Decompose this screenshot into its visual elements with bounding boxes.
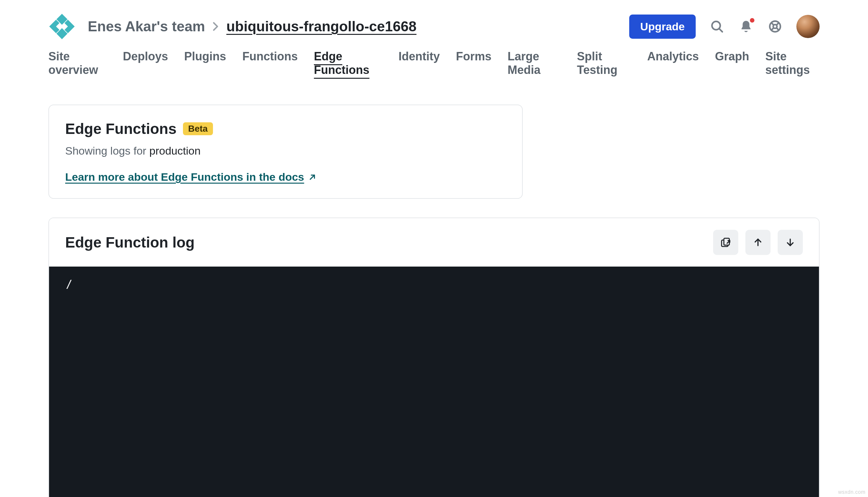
notifications-icon[interactable] <box>738 19 754 34</box>
log-body: / <box>49 267 819 497</box>
upgrade-button[interactable]: Upgrade <box>629 15 696 39</box>
nav-tab-identity[interactable]: Identity <box>399 50 440 79</box>
svg-line-5 <box>719 29 722 32</box>
card-title-row: Edge Functions Beta <box>65 120 506 138</box>
nav-tab-split-testing[interactable]: Split Testing <box>577 50 631 79</box>
svg-marker-2 <box>49 20 60 33</box>
nav-tab-site-overview[interactable]: Site overview <box>48 50 107 79</box>
log-line: / <box>66 278 802 290</box>
notification-dot-icon <box>750 18 754 23</box>
scroll-bottom-button[interactable] <box>778 230 803 255</box>
external-link-icon <box>308 173 317 181</box>
nav-tab-plugins[interactable]: Plugins <box>184 50 226 79</box>
scroll-top-button[interactable] <box>746 230 770 255</box>
svg-point-7 <box>773 25 777 28</box>
chevron-right-icon <box>212 22 219 31</box>
breadcrumb-site[interactable]: ubiquitous-frangollo-ce1668 <box>226 18 416 34</box>
edge-function-log-panel: Edge Function log / <box>48 217 820 497</box>
beta-badge: Beta <box>183 122 213 135</box>
nav-tab-functions[interactable]: Functions <box>242 50 298 79</box>
nav-tab-site-settings[interactable]: Site settings <box>765 50 820 79</box>
header-right: Upgrade <box>629 15 820 39</box>
log-header: Edge Function log <box>49 218 819 267</box>
breadcrumb: Enes Akar's team ubiquitous-frangollo-ce… <box>88 18 417 34</box>
card-title: Edge Functions <box>65 120 176 138</box>
docs-link-label: Learn more about Edge Functions in the d… <box>65 171 304 183</box>
svg-line-11 <box>776 28 779 30</box>
log-title: Edge Function log <box>65 234 194 251</box>
site-nav-tabs: Site overviewDeploysPluginsFunctionsEdge… <box>48 50 820 79</box>
search-icon[interactable] <box>709 19 725 34</box>
showing-logs-text: Showing logs for production <box>65 145 506 157</box>
nav-tab-edge-functions[interactable]: Edge Functions <box>314 50 382 79</box>
edge-functions-info-card: Edge Functions Beta Showing logs for pro… <box>48 104 523 199</box>
svg-line-12 <box>310 175 314 179</box>
header-bar: Enes Akar's team ubiquitous-frangollo-ce… <box>48 13 820 40</box>
nav-tab-large-media[interactable]: Large Media <box>508 50 561 79</box>
nav-tab-deploys[interactable]: Deploys <box>123 50 168 79</box>
svg-marker-1 <box>64 20 75 33</box>
docs-link[interactable]: Learn more about Edge Functions in the d… <box>65 171 317 183</box>
breadcrumb-team[interactable]: Enes Akar's team <box>88 18 205 34</box>
showing-prefix: Showing logs for <box>65 145 149 157</box>
svg-line-10 <box>771 28 774 30</box>
header-left: Enes Akar's team ubiquitous-frangollo-ce… <box>48 13 417 40</box>
svg-line-8 <box>771 23 774 25</box>
nav-tab-forms[interactable]: Forms <box>456 50 491 79</box>
avatar[interactable] <box>796 15 820 38</box>
copy-log-button[interactable] <box>713 230 738 255</box>
svg-line-9 <box>776 23 779 25</box>
nav-tab-graph[interactable]: Graph <box>715 50 749 79</box>
log-actions <box>713 230 803 255</box>
support-icon[interactable] <box>767 19 783 34</box>
nav-tab-analytics[interactable]: Analytics <box>647 50 699 79</box>
watermark: wsxdn.com <box>838 489 865 495</box>
showing-env: production <box>149 145 201 157</box>
netlify-logo-icon[interactable] <box>48 13 75 40</box>
